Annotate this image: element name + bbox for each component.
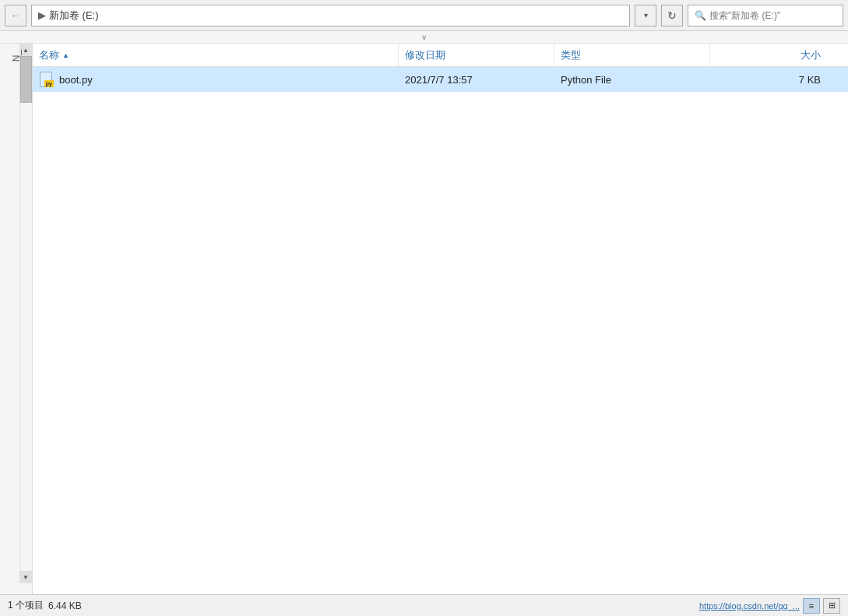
- status-bar: 1 个项目 6.44 KB https://blog.csdn.net/qq_.…: [0, 594, 848, 616]
- search-icon: 🔍: [695, 10, 706, 21]
- column-headers: 名称 ▲ 修改日期 类型 大小: [33, 44, 848, 67]
- address-bar: ← ▶ 新加卷 (E:) ▾ ↻ 🔍: [0, 0, 848, 31]
- file-size: 6.44 KB: [48, 600, 82, 611]
- detail-view-button[interactable]: ⊞: [823, 598, 840, 614]
- search-box: 🔍: [688, 5, 843, 26]
- expand-row[interactable]: ∨: [0, 31, 848, 44]
- sidebar-scrollbar[interactable]: [19, 56, 32, 571]
- back-icon: ←: [11, 10, 20, 21]
- chevron-down-icon: ▾: [644, 11, 648, 19]
- file-cell-type: Python File: [554, 67, 710, 92]
- address-path[interactable]: ▶ 新加卷 (E:): [31, 5, 630, 26]
- status-link[interactable]: https://blog.csdn.net/qq_...: [699, 601, 800, 611]
- breadcrumb-separator: ▶: [38, 9, 46, 21]
- down-arrow-icon: ▼: [23, 574, 29, 581]
- column-header-type[interactable]: 类型: [554, 44, 710, 66]
- column-header-name[interactable]: 名称 ▲: [33, 44, 399, 66]
- sort-indicator-icon: ▲: [62, 51, 69, 59]
- sidebar-scroll-down-button[interactable]: ▼: [19, 571, 32, 583]
- refresh-icon: ↻: [667, 9, 677, 22]
- file-icon: [39, 72, 55, 87]
- column-header-date[interactable]: 修改日期: [399, 44, 554, 66]
- sidebar-scrollbar-thumb[interactable]: [20, 56, 32, 103]
- table-row[interactable]: boot.py 2021/7/7 13:57 Python File 7 KB: [33, 67, 848, 92]
- file-cell-date: 2021/7/7 13:57: [399, 67, 554, 92]
- status-right: https://blog.csdn.net/qq_... ≡ ⊞: [699, 598, 840, 614]
- file-list-area: 名称 ▲ 修改日期 类型 大小 boot.py: [33, 44, 848, 594]
- refresh-button[interactable]: ↻: [661, 5, 683, 26]
- file-cell-size: 7 KB: [710, 67, 827, 92]
- file-rows: boot.py 2021/7/7 13:57 Python File 7 KB: [33, 67, 848, 594]
- expand-chevron-icon: ∨: [421, 33, 427, 41]
- column-header-size[interactable]: 大小: [710, 44, 827, 66]
- item-count: 1 个项目: [8, 599, 44, 612]
- sidebar: ▲ N_ ▼: [0, 44, 33, 594]
- search-input[interactable]: [709, 10, 836, 21]
- detail-view-icon: ⊞: [829, 600, 836, 611]
- status-info: 1 个项目 6.44 KB: [8, 599, 82, 612]
- breadcrumb-label: 新加卷 (E:): [49, 9, 99, 23]
- nav-buttons: ←: [5, 5, 26, 26]
- file-cell-name: boot.py: [33, 67, 399, 92]
- list-view-button[interactable]: ≡: [803, 598, 820, 614]
- main-area: ▲ N_ ▼ 名称 ▲ 修改日期 类型 大小: [0, 44, 848, 594]
- python-file-icon: [40, 72, 54, 87]
- back-button[interactable]: ←: [5, 5, 26, 26]
- list-view-icon: ≡: [809, 601, 814, 611]
- address-dropdown-button[interactable]: ▾: [635, 5, 656, 26]
